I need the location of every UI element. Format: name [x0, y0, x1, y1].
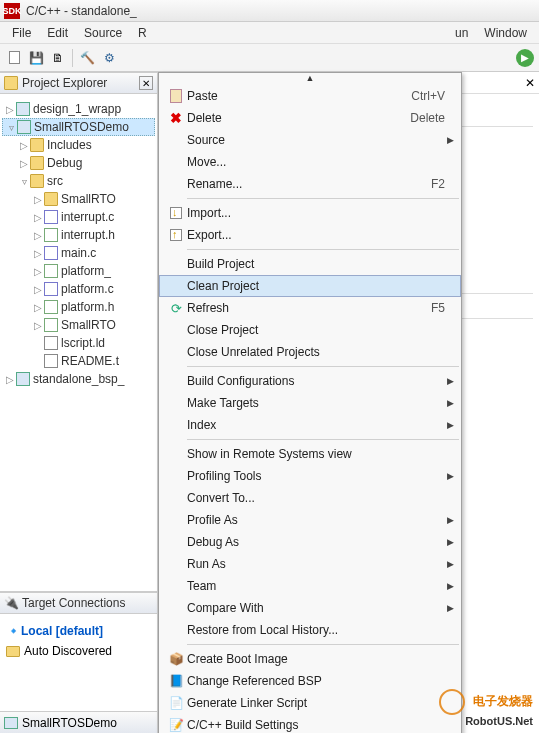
- bsp-icon: 📘: [165, 674, 187, 688]
- tree-item-smallrto1[interactable]: ▷ SmallRTO: [2, 190, 155, 208]
- toolbar-saveall-icon[interactable]: 🗎: [48, 48, 68, 68]
- tree-item-includes[interactable]: ▷ Includes: [2, 136, 155, 154]
- h-file-icon: [44, 300, 58, 314]
- export-icon: [170, 229, 182, 241]
- file-icon: [44, 354, 58, 368]
- target-connections-header: 🔌 Target Connections: [0, 592, 157, 614]
- explorer-icon: [4, 76, 18, 90]
- menu-import[interactable]: Import...: [159, 202, 461, 224]
- file-icon: [44, 336, 58, 350]
- menu-rename[interactable]: Rename... F2: [159, 173, 461, 195]
- scroll-up-arrow[interactable]: ▲: [159, 73, 461, 85]
- menu-export[interactable]: Export...: [159, 224, 461, 246]
- menu-compare-with[interactable]: Compare With▶: [159, 597, 461, 619]
- tree-item-lscript[interactable]: lscript.ld: [2, 334, 155, 352]
- toolbar-new-icon[interactable]: [4, 48, 24, 68]
- menu-move[interactable]: Move...: [159, 151, 461, 173]
- menu-close-project[interactable]: Close Project: [159, 319, 461, 341]
- project-tree[interactable]: ▷ design_1_wrapp ▿ SmallRTOSDemo ▷ Inclu…: [0, 94, 157, 591]
- menu-convert-to[interactable]: Convert To...: [159, 487, 461, 509]
- menu-edit[interactable]: Edit: [39, 24, 76, 42]
- tree-item-platform-h[interactable]: ▷ platform.h: [2, 298, 155, 316]
- menu-run-as[interactable]: Run As▶: [159, 553, 461, 575]
- context-menu: ▲ Paste Ctrl+V ✖ Delete Delete Source▶ M…: [158, 72, 462, 733]
- tree-item-project[interactable]: ▿ SmallRTOSDemo: [2, 118, 155, 136]
- tree-item-design[interactable]: ▷ design_1_wrapp: [2, 100, 155, 118]
- menu-source[interactable]: Source: [76, 24, 130, 42]
- menu-create-boot-image[interactable]: 📦 Create Boot Image: [159, 648, 461, 670]
- folder-icon: [30, 174, 44, 188]
- h-file-icon: [44, 318, 58, 332]
- h-file-icon: [44, 228, 58, 242]
- settings-icon: 📝: [165, 718, 187, 732]
- menu-build-config[interactable]: Build Configurations▶: [159, 370, 461, 392]
- tree-item-smallrto2[interactable]: ▷ SmallRTO: [2, 316, 155, 334]
- tree-item-readme[interactable]: README.t: [2, 352, 155, 370]
- project-icon: [16, 372, 30, 386]
- left-column: Project Explorer ✕ ▷ design_1_wrapp ▿ Sm…: [0, 72, 158, 733]
- bottom-tab[interactable]: SmallRTOSDemo: [0, 711, 157, 733]
- app-icon: SDK: [4, 3, 20, 19]
- menu-r[interactable]: R: [130, 24, 155, 42]
- h-file-icon: [44, 264, 58, 278]
- watermark: 电子发烧器 RobotUS.Net: [439, 689, 533, 727]
- menu-window[interactable]: Window: [476, 24, 535, 42]
- menu-profile-as[interactable]: Profile As▶: [159, 509, 461, 531]
- tree-item-interrupt-h[interactable]: ▷ interrupt.h: [2, 226, 155, 244]
- tree-item-platform-c[interactable]: ▷ platform.c: [2, 280, 155, 298]
- menu-refresh[interactable]: ⟳ Refresh F5: [159, 297, 461, 319]
- delete-x-icon: ✖: [170, 110, 182, 126]
- menu-gen-linker[interactable]: 📄 Generate Linker Script: [159, 692, 461, 714]
- c-file-icon: [44, 246, 58, 260]
- tree-item-src[interactable]: ▿ src: [2, 172, 155, 190]
- menu-make-targets[interactable]: Make Targets▶: [159, 392, 461, 414]
- menu-clean-project[interactable]: Clean Project: [159, 275, 461, 297]
- project-explorer-header: Project Explorer ✕: [0, 72, 157, 94]
- menu-index[interactable]: Index▶: [159, 414, 461, 436]
- tree-item-debug[interactable]: ▷ Debug: [2, 154, 155, 172]
- folder-icon: [6, 646, 20, 657]
- tree-item-standalone[interactable]: ▷ standalone_bsp_: [2, 370, 155, 388]
- menu-un-fragment[interactable]: un: [447, 24, 476, 42]
- title-bar: SDK C/C++ - standalone_: [0, 0, 539, 22]
- toolbar-gear-icon[interactable]: ⚙: [99, 48, 119, 68]
- toolbar-run-icon[interactable]: ▶: [515, 48, 535, 68]
- target-auto-discovered[interactable]: Auto Discovered: [6, 642, 151, 660]
- menu-close-unrelated[interactable]: Close Unrelated Projects: [159, 341, 461, 363]
- folder-icon: [30, 156, 44, 170]
- menu-change-bsp[interactable]: 📘 Change Referenced BSP: [159, 670, 461, 692]
- folder-icon: [44, 192, 58, 206]
- target-local[interactable]: 🔹 Local [default]: [6, 622, 151, 640]
- includes-icon: [30, 138, 44, 152]
- tree-item-main-c[interactable]: ▷ main.c: [2, 244, 155, 262]
- menu-cc-build-settings[interactable]: 📝 C/C++ Build Settings: [159, 714, 461, 733]
- import-icon: [170, 207, 182, 219]
- c-file-icon: [44, 282, 58, 296]
- tree-item-platform-u[interactable]: ▷ platform_: [2, 262, 155, 280]
- project-icon: [4, 717, 18, 729]
- tree-item-interrupt-c[interactable]: ▷ interrupt.c: [2, 208, 155, 226]
- toolbar-build-icon[interactable]: 🔨: [77, 48, 97, 68]
- watermark-logo-icon: [439, 689, 465, 715]
- menu-file[interactable]: File: [4, 24, 39, 42]
- refresh-icon: ⟳: [171, 301, 182, 316]
- c-file-icon: [44, 210, 58, 224]
- explorer-close-icon[interactable]: ✕: [139, 76, 153, 90]
- linker-icon: 📄: [165, 696, 187, 710]
- menu-team[interactable]: Team▶: [159, 575, 461, 597]
- local-icon: 🔹: [6, 624, 21, 638]
- menu-source-sub[interactable]: Source▶: [159, 129, 461, 151]
- menu-paste[interactable]: Paste Ctrl+V: [159, 85, 461, 107]
- menu-restore-history[interactable]: Restore from Local History...: [159, 619, 461, 641]
- menu-profiling-tools[interactable]: Profiling Tools▶: [159, 465, 461, 487]
- boot-image-icon: 📦: [165, 652, 187, 666]
- menu-build-project[interactable]: Build Project: [159, 253, 461, 275]
- toolbar-save-icon[interactable]: 💾: [26, 48, 46, 68]
- menu-debug-as[interactable]: Debug As▶: [159, 531, 461, 553]
- menu-delete[interactable]: ✖ Delete Delete: [159, 107, 461, 129]
- toolbar: 💾 🗎 🔨 ⚙ ▶: [0, 44, 539, 72]
- project-explorer-label: Project Explorer: [22, 76, 107, 90]
- menu-show-remote[interactable]: Show in Remote Systems view: [159, 443, 461, 465]
- menu-bar: File Edit Source R un Window: [0, 22, 539, 44]
- clipboard-icon: [170, 89, 182, 103]
